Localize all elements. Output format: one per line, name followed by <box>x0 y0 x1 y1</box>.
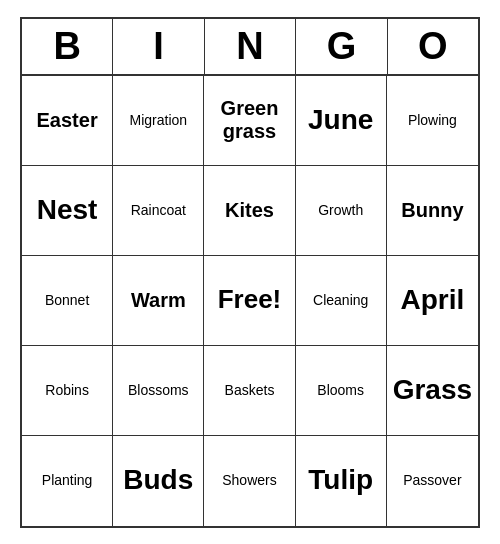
header-letter-i: I <box>113 19 204 74</box>
bingo-cell-2: Greengrass <box>204 76 295 166</box>
bingo-cell-16: Blossoms <box>113 346 204 436</box>
bingo-cell-9: Bunny <box>387 166 478 256</box>
bingo-cell-21: Buds <box>113 436 204 526</box>
bingo-header: BINGO <box>22 19 478 76</box>
header-letter-g: G <box>296 19 387 74</box>
bingo-cell-13: Cleaning <box>296 256 387 346</box>
bingo-cell-15: Robins <box>22 346 113 436</box>
bingo-cell-6: Raincoat <box>113 166 204 256</box>
bingo-cell-22: Showers <box>204 436 295 526</box>
bingo-cell-11: Warm <box>113 256 204 346</box>
bingo-card: BINGO EasterMigrationGreengrassJunePlowi… <box>20 17 480 528</box>
header-letter-o: O <box>388 19 478 74</box>
header-letter-n: N <box>205 19 296 74</box>
bingo-cell-19: Grass <box>387 346 478 436</box>
header-letter-b: B <box>22 19 113 74</box>
bingo-cell-12: Free! <box>204 256 295 346</box>
bingo-grid: EasterMigrationGreengrassJunePlowingNest… <box>22 76 478 526</box>
bingo-cell-0: Easter <box>22 76 113 166</box>
bingo-cell-7: Kites <box>204 166 295 256</box>
bingo-cell-5: Nest <box>22 166 113 256</box>
bingo-cell-14: April <box>387 256 478 346</box>
bingo-cell-17: Baskets <box>204 346 295 436</box>
bingo-cell-3: June <box>296 76 387 166</box>
bingo-cell-20: Planting <box>22 436 113 526</box>
bingo-cell-23: Tulip <box>296 436 387 526</box>
bingo-cell-1: Migration <box>113 76 204 166</box>
bingo-cell-8: Growth <box>296 166 387 256</box>
bingo-cell-4: Plowing <box>387 76 478 166</box>
bingo-cell-10: Bonnet <box>22 256 113 346</box>
bingo-cell-18: Blooms <box>296 346 387 436</box>
bingo-cell-24: Passover <box>387 436 478 526</box>
